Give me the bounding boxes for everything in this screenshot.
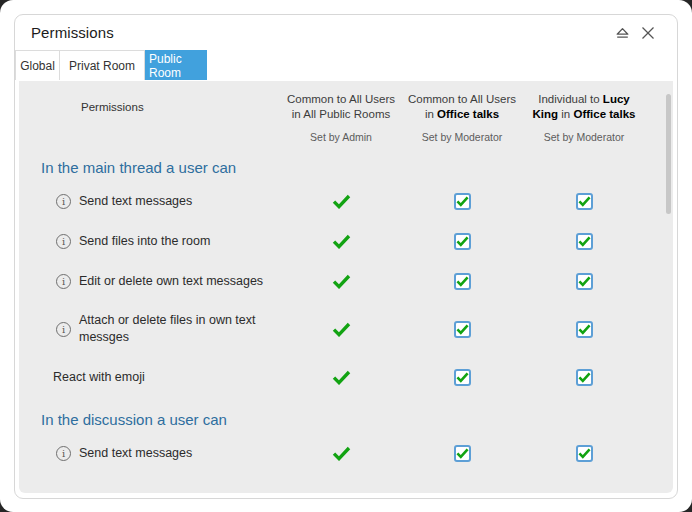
checkbox-cell (523, 273, 645, 290)
permission-label: Send files into the room (79, 233, 210, 250)
info-icon[interactable]: i (56, 446, 71, 461)
granted-checkmark-icon (281, 322, 401, 337)
permission-label: Send text messages (79, 193, 192, 210)
column-header-3: Common to All Usersin Office talksSet by… (401, 92, 523, 145)
permission-label-cell: iAttach or delete files in own text mess… (19, 312, 281, 346)
checkbox-checked[interactable] (454, 445, 471, 462)
set-by-label: Set by Moderator (523, 130, 645, 145)
info-icon[interactable]: i (56, 274, 71, 289)
checkbox-checked[interactable] (576, 273, 593, 290)
section-title-in-the-main-thread-a-user-can: In the main thread a user can (41, 159, 673, 181)
app-background: Permissions GlobalPrivat RoomPublic Room… (0, 0, 692, 512)
tab-global[interactable]: Global (15, 50, 60, 80)
info-icon[interactable]: i (56, 234, 71, 249)
info-icon[interactable]: i (56, 322, 71, 337)
checkbox-cell (523, 233, 645, 250)
tab-public-room[interactable]: Public Room (145, 50, 207, 80)
permission-label-cell: React with emoji (19, 369, 281, 386)
section-title-in-the-discussion-a-user-can: In the discussion a user can (41, 411, 673, 433)
table-body: In the main thread a user caniSend text … (19, 159, 673, 473)
info-icon[interactable]: i (56, 194, 71, 209)
permission-label-cell: iEdit or delete own text messages (19, 273, 281, 290)
column-header-2: Common to All Usersin All Public RoomsSe… (281, 92, 401, 145)
checkbox-checked[interactable] (454, 369, 471, 386)
permissions-dialog: Permissions GlobalPrivat RoomPublic Room… (14, 14, 678, 499)
checkbox-cell (401, 321, 523, 338)
permission-row-send-files-into-the-room: iSend files into the room (19, 221, 673, 261)
vertical-scrollbar-thumb[interactable] (666, 94, 671, 214)
tab-privat-room[interactable]: Privat Room (60, 50, 145, 80)
permissions-table: Permissions Common to All Usersin All Pu… (19, 81, 673, 493)
granted-checkmark-icon (281, 370, 401, 385)
permission-label-cell: iSend files into the room (19, 233, 281, 250)
permission-label-cell: iSend text messages (19, 445, 281, 462)
eject-icon[interactable] (611, 22, 633, 44)
checkbox-cell (401, 193, 523, 210)
checkbox-checked[interactable] (576, 445, 593, 462)
set-by-label: Set by Moderator (401, 130, 523, 145)
checkbox-cell (401, 369, 523, 386)
column-header-4: Individual to LucyKing in Office talksSe… (523, 92, 645, 145)
dialog-titlebar: Permissions (15, 15, 677, 50)
granted-checkmark-icon (281, 234, 401, 249)
granted-checkmark-icon (281, 194, 401, 209)
checkbox-cell (401, 233, 523, 250)
checkbox-cell (523, 445, 645, 462)
table-header: Permissions Common to All Usersin All Pu… (19, 81, 673, 145)
granted-checkmark-icon (281, 274, 401, 289)
checkbox-cell (523, 321, 645, 338)
close-icon[interactable] (637, 22, 659, 44)
checkbox-checked[interactable] (454, 321, 471, 338)
permissions-column-header: Permissions (19, 92, 281, 113)
permission-row-edit-or-delete-own-text-messages: iEdit or delete own text messages (19, 261, 673, 301)
granted-checkmark-icon (281, 446, 401, 461)
checkbox-checked[interactable] (454, 233, 471, 250)
checkbox-cell (401, 273, 523, 290)
set-by-label: Set by Admin (281, 130, 401, 145)
dialog-title: Permissions (31, 24, 114, 41)
checkbox-checked[interactable] (576, 321, 593, 338)
checkbox-checked[interactable] (454, 273, 471, 290)
tab-bar: GlobalPrivat RoomPublic Room (15, 50, 677, 80)
checkbox-checked[interactable] (576, 369, 593, 386)
permission-row-attach-or-delete-files-in-own-text-messges: iAttach or delete files in own text mess… (19, 301, 673, 357)
permission-row-send-text-messages: iSend text messages (19, 433, 673, 473)
permission-label: Attach or delete files in own text messg… (79, 312, 279, 346)
checkbox-checked[interactable] (576, 233, 593, 250)
checkbox-cell (523, 193, 645, 210)
checkbox-cell (523, 369, 645, 386)
permission-row-send-text-messages: iSend text messages (19, 181, 673, 221)
permission-label: Edit or delete own text messages (79, 273, 263, 290)
permission-label: React with emoji (53, 369, 145, 386)
permission-label-cell: iSend text messages (19, 193, 281, 210)
permission-label: Send text messages (79, 445, 192, 462)
checkbox-checked[interactable] (576, 193, 593, 210)
checkbox-cell (401, 445, 523, 462)
permission-row-react-with-emoji: React with emoji (19, 357, 673, 397)
checkbox-checked[interactable] (454, 193, 471, 210)
